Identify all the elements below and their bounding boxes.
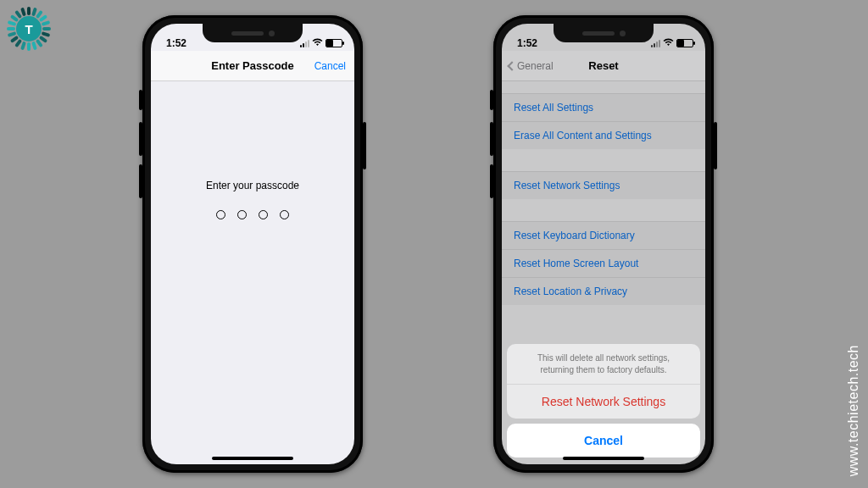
- volume-down-button: [139, 164, 142, 198]
- reset-option-row[interactable]: Reset Home Screen Layout: [502, 250, 705, 278]
- back-label: General: [517, 60, 554, 72]
- status-time: 1:52: [166, 37, 186, 49]
- wifi-icon: [663, 37, 674, 49]
- cancel-button[interactable]: Cancel: [314, 60, 346, 72]
- site-logo: T: [5, 5, 53, 53]
- phone-frame-reset: 1:52 General Reset Reset All SettingsEra…: [493, 15, 714, 473]
- nav-title: Reset: [588, 59, 618, 72]
- site-watermark: www.techietech.tech: [846, 345, 861, 476]
- signal-icon: [300, 39, 309, 47]
- home-indicator[interactable]: [563, 457, 644, 460]
- phone-frame-passcode: 1:52 Enter Passcode Cancel Enter your pa…: [142, 15, 363, 473]
- passcode-dots[interactable]: [151, 210, 354, 219]
- volume-up-button: [139, 122, 142, 156]
- sheet-cancel-button[interactable]: Cancel: [507, 424, 700, 458]
- mute-switch: [139, 90, 142, 110]
- chevron-left-icon: [507, 61, 516, 70]
- reset-option-row[interactable]: Reset Location & Privacy: [502, 278, 705, 305]
- reset-option-row[interactable]: Reset Network Settings: [502, 171, 705, 199]
- power-button: [363, 122, 366, 169]
- notch: [203, 24, 303, 42]
- back-button[interactable]: General: [509, 60, 554, 72]
- passcode-dot: [280, 210, 289, 219]
- passcode-prompt: Enter your passcode: [151, 180, 354, 191]
- sheet-confirm-button[interactable]: Reset Network Settings: [507, 385, 700, 419]
- signal-icon: [651, 39, 660, 47]
- wifi-icon: [312, 37, 323, 49]
- screen-passcode: 1:52 Enter Passcode Cancel Enter your pa…: [151, 24, 354, 464]
- reset-option-row[interactable]: Erase All Content and Settings: [502, 122, 705, 149]
- volume-up-button: [490, 122, 493, 156]
- power-button: [714, 122, 717, 169]
- volume-down-button: [490, 164, 493, 198]
- reset-options-list: Reset All SettingsErase All Content and …: [502, 93, 705, 305]
- nav-title: Enter Passcode: [211, 59, 294, 72]
- reset-option-row[interactable]: Reset Keyboard Dictionary: [502, 221, 705, 250]
- nav-bar: General Reset: [502, 51, 705, 81]
- reset-option-row[interactable]: Reset All Settings: [502, 93, 705, 122]
- action-sheet: This will delete all network settings, r…: [507, 344, 700, 458]
- battery-icon: [676, 39, 693, 47]
- nav-bar: Enter Passcode Cancel: [151, 51, 354, 81]
- home-indicator[interactable]: [212, 457, 293, 460]
- passcode-dot: [237, 210, 247, 219]
- status-time: 1:52: [517, 37, 537, 49]
- logo-letter: T: [16, 16, 42, 42]
- sheet-message: This will delete all network settings, r…: [507, 344, 700, 385]
- battery-icon: [326, 39, 342, 47]
- passcode-dot: [216, 210, 225, 219]
- screen-reset: 1:52 General Reset Reset All SettingsEra…: [502, 24, 705, 464]
- mute-switch: [490, 90, 493, 110]
- passcode-dot: [259, 210, 268, 219]
- notch: [554, 24, 654, 42]
